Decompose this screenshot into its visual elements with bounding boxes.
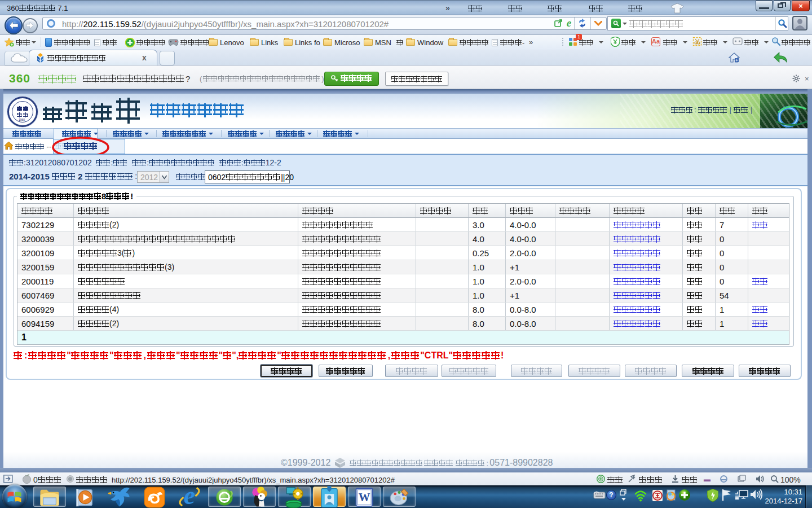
svg-text:W: W (359, 491, 370, 503)
